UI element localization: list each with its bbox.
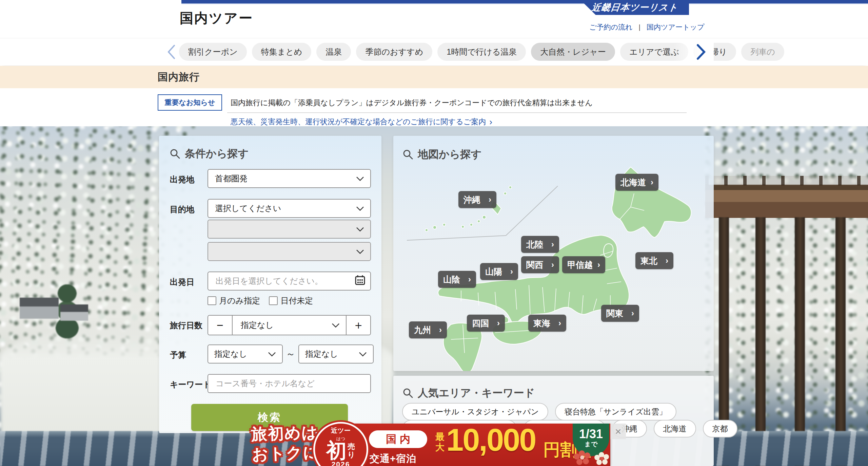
keyword-field[interactable] bbox=[208, 374, 371, 393]
keywords-panel-title: 人気エリア・キーワード bbox=[403, 386, 535, 400]
promo-close-button[interactable]: × bbox=[610, 424, 626, 439]
top-brand-strip bbox=[181, 0, 868, 4]
promo-max-label: 最大 bbox=[435, 432, 446, 453]
region-button-okinawa[interactable]: 沖縄› bbox=[458, 191, 496, 208]
nav-item-coupon[interactable]: 割引クーポン bbox=[179, 43, 247, 61]
chevron-down-icon bbox=[356, 224, 364, 232]
departure-value: 首都圏発 bbox=[215, 173, 248, 184]
bridge-railing bbox=[705, 176, 868, 185]
keyword-pill-hokkaido[interactable]: 北海道 bbox=[654, 420, 696, 437]
nav-item-features[interactable]: 特集まとめ bbox=[252, 43, 312, 61]
bridge-deck bbox=[705, 185, 868, 218]
region-button-tohoku[interactable]: 東北› bbox=[635, 252, 673, 269]
chevron-down-icon bbox=[268, 349, 276, 357]
duration-plus-button[interactable]: ＋ bbox=[346, 316, 370, 335]
weather-notice-link[interactable]: 悪天候、災害発生時、運行状況が不確定な場合などのご旅行に関するご案内 › bbox=[231, 117, 492, 127]
chevron-right-icon: › bbox=[510, 267, 513, 276]
month-only-checkbox[interactable]: 月のみ指定 bbox=[208, 295, 260, 306]
destination-select[interactable]: 選択してください bbox=[208, 199, 371, 218]
nav-item-nature-leisure[interactable]: 大自然・レジャー bbox=[531, 43, 615, 61]
region-label: 関東 bbox=[606, 308, 623, 319]
search-panel-title-text: 条件から探す bbox=[185, 147, 249, 161]
region-label: 北海道 bbox=[620, 177, 646, 188]
region-button-kanto[interactable]: 関東› bbox=[601, 305, 639, 322]
checkbox-icon bbox=[269, 296, 278, 305]
search-panel-title: 条件から探す bbox=[170, 147, 249, 161]
brand-logo[interactable]: 近畿日本ツーリスト bbox=[580, 0, 689, 15]
calendar-icon[interactable] bbox=[355, 275, 366, 287]
nav-item-train[interactable]: 列車の bbox=[741, 43, 784, 61]
departure-select[interactable]: 首都圏発 bbox=[208, 169, 371, 188]
keyword-pill-kyoto[interactable]: 京都 bbox=[703, 420, 737, 437]
chevron-right-icon: › bbox=[439, 326, 442, 334]
notice-text: 国内旅行に掲載の「添乗員なしプラン」はデジタル旅行券・クーポンコードでの旅行代金… bbox=[231, 98, 593, 108]
region-label: 北陸 bbox=[526, 239, 543, 250]
departure-date-field[interactable] bbox=[208, 272, 371, 291]
hero-band: 国内旅行 bbox=[0, 66, 868, 88]
promo-category-sub: 交通+宿泊 bbox=[370, 452, 416, 466]
nav-next-icon[interactable] bbox=[696, 44, 706, 60]
duration-label: 旅行日数 bbox=[170, 320, 202, 331]
budget-label: 予算 bbox=[170, 350, 186, 360]
chevron-right-icon: › bbox=[551, 240, 554, 248]
destination-label: 目的地 bbox=[170, 204, 194, 215]
region-button-hokuriku[interactable]: 北陸› bbox=[521, 236, 559, 253]
promo-banner-body[interactable]: 国内 交通+宿泊 最大 10,000 円割引! 1/31 まで bbox=[353, 424, 610, 466]
region-button-sanin[interactable]: 山陰› bbox=[438, 271, 476, 288]
search-icon bbox=[170, 149, 180, 159]
region-button-sanyo[interactable]: 山陽› bbox=[480, 263, 518, 280]
region-button-tokai[interactable]: 東海› bbox=[528, 315, 566, 332]
keyword-pill-usj[interactable]: ユニバーサル・スタジオ・ジャパン bbox=[402, 403, 548, 421]
nav-prev-icon[interactable] bbox=[167, 44, 176, 59]
brand-logo-text: 近畿日本ツーリスト bbox=[591, 1, 679, 14]
map-panel-title-text: 地図から探す bbox=[418, 147, 481, 162]
weather-notice-link-text: 悪天候、災害発生時、運行状況が不確定な場合などのご旅行に関するご案内 bbox=[231, 117, 486, 127]
departure-label: 出発地 bbox=[170, 174, 194, 185]
important-notice-badge: 重要なお知らせ bbox=[158, 94, 222, 111]
region-button-koshinetsu[interactable]: 甲信越› bbox=[562, 256, 605, 273]
region-label: 山陽 bbox=[485, 266, 502, 277]
region-button-hokkaido[interactable]: 北海道› bbox=[615, 174, 658, 191]
link-separator: | bbox=[638, 23, 640, 31]
chevron-down-icon bbox=[332, 320, 340, 328]
region-button-shikoku[interactable]: 四国› bbox=[467, 315, 505, 332]
chevron-right-icon: › bbox=[651, 178, 653, 186]
duration-minus-button[interactable]: − bbox=[208, 316, 233, 335]
date-tbd-checkbox[interactable]: 日付未定 bbox=[269, 295, 313, 306]
budget-range: 指定なし ～ 指定なし bbox=[208, 344, 374, 364]
nav-item-seasonal[interactable]: 季節のおすすめ bbox=[356, 43, 432, 61]
departure-date-input[interactable] bbox=[215, 276, 349, 286]
duration-value: 指定なし bbox=[241, 320, 274, 331]
chevron-down-icon bbox=[356, 203, 364, 211]
chevron-right-icon: › bbox=[631, 309, 634, 317]
promo-badge-sub: 売り bbox=[347, 443, 355, 459]
chevron-down-icon bbox=[356, 246, 364, 254]
keyword-row: ユニバーサル・スタジオ・ジャパン 寝台特急「サンライズ出雲」 bbox=[402, 403, 676, 421]
domestic-tour-top-link[interactable]: 国内ツアートップ bbox=[647, 22, 704, 32]
chevron-right-icon: › bbox=[489, 117, 492, 126]
region-button-kansai[interactable]: 関西› bbox=[521, 256, 559, 273]
chevron-right-icon: › bbox=[558, 319, 561, 327]
duration-select[interactable]: 指定なし bbox=[233, 316, 346, 335]
reservation-flow-link[interactable]: ご予約の流れ bbox=[589, 22, 632, 32]
budget-min-select[interactable]: 指定なし bbox=[208, 344, 283, 364]
promo-badge-year: 2026 bbox=[315, 460, 367, 466]
destination-sub-select-2[interactable] bbox=[208, 242, 371, 261]
destination-sub-select-1[interactable] bbox=[208, 220, 371, 239]
destination-value: 選択してください bbox=[215, 203, 281, 214]
promo-deadline-date: 1/31 bbox=[573, 427, 609, 441]
region-label: 甲信越 bbox=[567, 259, 593, 271]
chevron-right-icon: › bbox=[489, 195, 491, 204]
date-tbd-label: 日付未定 bbox=[280, 295, 313, 306]
promo-amount: 10,000 bbox=[446, 422, 535, 458]
departure-date-label: 出発日 bbox=[170, 277, 194, 287]
keyword-pill-sunrise-izumo[interactable]: 寝台特急「サンライズ出雲」 bbox=[555, 403, 676, 421]
nav-item-onsen[interactable]: 温泉 bbox=[316, 43, 351, 61]
date-options: 月のみ指定 日付未定 bbox=[208, 295, 313, 306]
nav-item-onsen-1hour[interactable]: 1時間で行ける温泉 bbox=[437, 43, 526, 61]
region-button-kyushu[interactable]: 九州› bbox=[409, 321, 447, 338]
page: 近畿日本ツーリスト 国内ツアー ご予約の流れ | 国内ツアートップ 割引クーポン… bbox=[0, 0, 868, 466]
keyword-input[interactable] bbox=[215, 378, 363, 389]
checkbox-icon bbox=[208, 296, 216, 305]
budget-max-select[interactable]: 指定なし bbox=[298, 344, 374, 364]
